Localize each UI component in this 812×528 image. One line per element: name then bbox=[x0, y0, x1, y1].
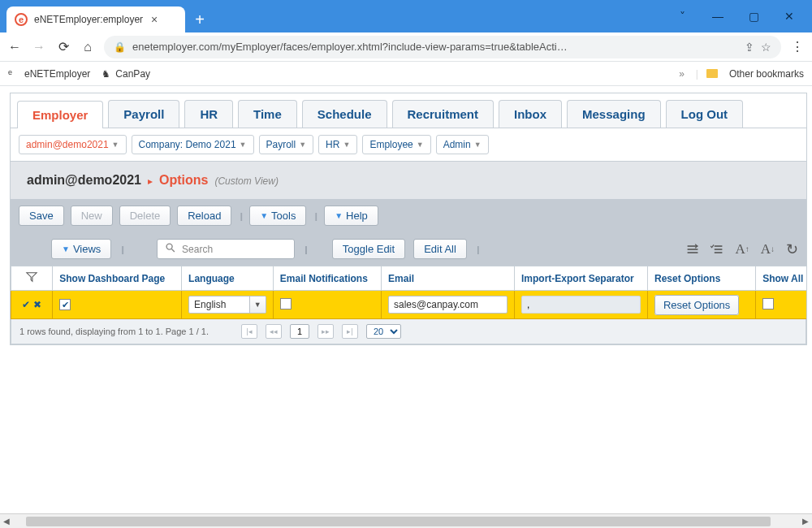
search-placeholder: Search bbox=[182, 244, 213, 255]
reload-button[interactable]: Reload bbox=[177, 206, 231, 226]
filter-lines-icon[interactable] bbox=[686, 244, 699, 255]
bookmark-item[interactable]: ♞ CanPay bbox=[102, 68, 150, 80]
column-header[interactable]: Language bbox=[182, 266, 274, 291]
scroll-thumb[interactable] bbox=[26, 517, 771, 526]
page-size-select[interactable]: 20 bbox=[366, 324, 401, 339]
separator-icon: || bbox=[119, 245, 124, 254]
column-header[interactable]: Show All E bbox=[756, 266, 806, 291]
svg-point-0 bbox=[166, 244, 172, 249]
bookmark-item[interactable]: e eNETEmployer bbox=[8, 68, 90, 80]
grid-footer: 1 rows found, displaying from 1 to 1. Pa… bbox=[11, 319, 806, 344]
close-tab-icon[interactable]: × bbox=[151, 13, 158, 26]
first-page-button[interactable]: |◂ bbox=[241, 324, 257, 339]
back-icon[interactable]: ← bbox=[6, 40, 23, 54]
tab-schedule[interactable]: Schedule bbox=[302, 100, 387, 128]
row-cancel-icon[interactable]: ✖ bbox=[33, 299, 41, 310]
user-menu[interactable]: admin@demo2021▼ bbox=[19, 135, 127, 154]
tab-logout[interactable]: Log Out bbox=[666, 100, 743, 128]
url-text: enetemployer.com/myEmployer/faces/employ… bbox=[132, 41, 568, 53]
tab-hr[interactable]: HR bbox=[184, 100, 233, 128]
admin-menu[interactable]: Admin▼ bbox=[436, 135, 489, 154]
column-header[interactable]: Email Notifications bbox=[273, 266, 381, 291]
edit-all-button[interactable]: Edit All bbox=[413, 239, 467, 259]
payroll-menu[interactable]: Payroll▼ bbox=[259, 135, 314, 154]
home-icon[interactable]: ⌂ bbox=[80, 40, 96, 54]
chevron-down-icon[interactable]: ˅ bbox=[664, 10, 700, 23]
scroll-left-icon[interactable]: ◀ bbox=[0, 517, 13, 526]
other-bookmarks-link[interactable]: Other bookmarks bbox=[729, 68, 804, 80]
reset-options-button[interactable]: Reset Options bbox=[654, 295, 739, 315]
close-window-icon[interactable]: ✕ bbox=[771, 10, 807, 23]
help-button[interactable]: ▼Help bbox=[324, 206, 378, 226]
refresh-icon[interactable]: ↻ bbox=[786, 240, 798, 258]
search-input[interactable]: Search bbox=[157, 239, 295, 259]
table-toolbar: ▼Views || Search || Toggle Edit Edit All… bbox=[11, 232, 806, 266]
page-number-field[interactable] bbox=[290, 324, 309, 339]
font-decrease-icon[interactable]: A↓ bbox=[761, 241, 775, 258]
tab-payroll[interactable]: Payroll bbox=[108, 100, 179, 128]
tab-recruitment[interactable]: Recruitment bbox=[392, 100, 495, 128]
bookmarks-bar: e eNETEmployer ♞ CanPay » | Other bookma… bbox=[0, 62, 812, 86]
new-tab-button[interactable]: + bbox=[188, 8, 211, 31]
show-all-checkbox[interactable] bbox=[762, 298, 774, 309]
column-header[interactable]: Reset Options bbox=[647, 266, 755, 291]
browser-tab-title: eNETEmployer:employer bbox=[34, 14, 143, 25]
prev-page-button[interactable]: ◂◂ bbox=[266, 324, 282, 339]
caret-down-icon: ▼ bbox=[62, 245, 70, 253]
caret-down-icon: ▼ bbox=[335, 211, 343, 220]
next-page-button[interactable]: ▸▸ bbox=[317, 324, 334, 339]
show-dashboard-checkbox[interactable]: ✔ bbox=[59, 299, 71, 310]
filter-column-header[interactable] bbox=[11, 266, 53, 291]
browser-address-bar: ← → ⟳ ⌂ 🔒 enetemployer.com/myEmployer/fa… bbox=[0, 32, 812, 62]
column-header[interactable]: Email bbox=[382, 266, 515, 291]
bookmark-favicon-icon: ♞ bbox=[102, 68, 110, 80]
column-header[interactable]: Import-Export Separator bbox=[515, 266, 648, 291]
column-header[interactable]: Show Dashboard Page bbox=[53, 266, 182, 291]
tab-time[interactable]: Time bbox=[238, 100, 297, 128]
caret-down-icon: ▼ bbox=[112, 141, 119, 149]
separator-icon: || bbox=[475, 245, 480, 254]
breadcrumb-page: Options bbox=[159, 173, 208, 188]
scroll-right-icon[interactable]: ▶ bbox=[799, 517, 812, 526]
hr-menu[interactable]: HR▼ bbox=[318, 135, 357, 154]
tab-inbox[interactable]: Inbox bbox=[499, 100, 562, 128]
minimize-icon[interactable]: — bbox=[700, 10, 736, 23]
last-page-button[interactable]: ▸| bbox=[342, 324, 358, 339]
kebab-menu-icon[interactable]: ⋮ bbox=[789, 39, 806, 54]
tools-button[interactable]: ▼Tools bbox=[249, 206, 306, 226]
bookmark-label: eNETEmployer bbox=[24, 68, 90, 80]
toggle-edit-button[interactable]: Toggle Edit bbox=[332, 239, 405, 259]
table-row: ✔ ✖ ✔ English ▼ bbox=[11, 291, 807, 319]
tab-messaging[interactable]: Messaging bbox=[567, 100, 661, 128]
grid: Show Dashboard Page Language Email Notif… bbox=[11, 266, 806, 344]
maximize-icon[interactable]: ▢ bbox=[736, 10, 771, 23]
browser-tab[interactable]: e eNETEmployer:employer × bbox=[6, 6, 185, 32]
email-field[interactable] bbox=[388, 296, 508, 314]
star-icon[interactable]: ☆ bbox=[761, 41, 771, 54]
reload-icon[interactable]: ⟳ bbox=[55, 39, 71, 54]
table-header-row: Show Dashboard Page Language Email Notif… bbox=[11, 266, 807, 291]
font-increase-icon[interactable]: A↑ bbox=[735, 241, 749, 258]
separator-field[interactable] bbox=[521, 296, 641, 314]
row-confirm-icon[interactable]: ✔ bbox=[22, 299, 30, 310]
horizontal-scrollbar[interactable]: ◀ ▶ bbox=[0, 513, 812, 528]
caret-down-icon: ▼ bbox=[240, 141, 247, 149]
share-icon[interactable]: ⇪ bbox=[745, 41, 754, 54]
views-button[interactable]: ▼Views bbox=[51, 239, 111, 259]
company-menu[interactable]: Company: Demo 2021▼ bbox=[132, 135, 254, 154]
bookmarks-overflow-icon[interactable]: » bbox=[679, 68, 685, 80]
employee-menu[interactable]: Employee▼ bbox=[362, 135, 430, 154]
tab-employer[interactable]: Employer bbox=[17, 101, 103, 128]
caret-down-icon: ▼ bbox=[343, 141, 350, 149]
checklist-icon[interactable] bbox=[710, 244, 723, 255]
language-select[interactable]: English ▼ bbox=[188, 296, 266, 314]
lock-icon: 🔒 bbox=[114, 41, 126, 53]
search-icon bbox=[164, 242, 177, 256]
breadcrumb-custom-view: (Custom View) bbox=[214, 175, 278, 187]
breadcrumb: admin@demo2021 ▸ Options (Custom View) bbox=[11, 162, 806, 199]
save-button[interactable]: Save bbox=[19, 206, 64, 226]
url-field[interactable]: 🔒 enetemployer.com/myEmployer/faces/empl… bbox=[104, 36, 781, 58]
language-value: English bbox=[189, 296, 249, 313]
email-notifications-checkbox[interactable] bbox=[280, 298, 292, 309]
new-button: New bbox=[71, 206, 113, 226]
